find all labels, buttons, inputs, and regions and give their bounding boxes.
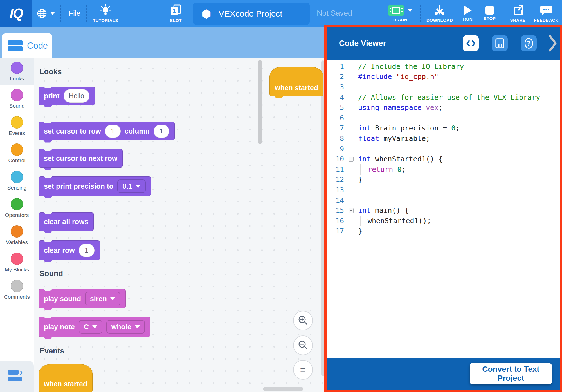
toolbar-divider [420, 5, 421, 22]
sidebar-item-control[interactable]: Control [0, 140, 34, 167]
blocks-icon [8, 40, 23, 51]
line-number: 2 [327, 73, 349, 81]
dropdown-value: siren [90, 295, 107, 303]
palette-scrollbar[interactable] [258, 60, 262, 144]
category-circle-icon [11, 225, 23, 238]
code-viewer-footer: Convert to Text Project [327, 358, 560, 390]
category-label: Operators [0, 212, 34, 218]
toolbar-divider [86, 5, 87, 22]
line-number: 1 [327, 62, 349, 71]
category-circle-icon [11, 62, 23, 74]
block-clear-row[interactable]: clear row 1 [39, 240, 100, 260]
tab-code[interactable]: Code [2, 33, 52, 58]
line-number: 14 [327, 196, 349, 204]
block-label: play note [44, 323, 75, 331]
number-input-field[interactable]: 1 [105, 125, 121, 138]
zoom-reset-button[interactable]: = [293, 360, 313, 380]
block-workspace-toggle[interactable]: › [0, 361, 34, 392]
note-dropdown[interactable]: C [79, 320, 102, 334]
text-input-field[interactable]: Hello [64, 89, 90, 103]
project-title-tab[interactable]: ⬢ VEXcode Project [193, 3, 310, 25]
tutorials-button[interactable]: TUTORIALS [87, 0, 124, 27]
convert-to-text-button[interactable]: Convert to Text Project [470, 363, 552, 384]
block-label: clear all rows [44, 218, 88, 226]
sidebar-item-my-blocks[interactable]: My Blocks [0, 249, 34, 276]
code-line: 13 [327, 185, 560, 195]
code-text: int whenStarted1() { [358, 155, 443, 163]
iq-logo[interactable]: IQ [0, 0, 32, 27]
sidebar-item-sensing[interactable]: Sensing [0, 167, 34, 195]
slot-label: SLOT [170, 18, 182, 23]
category-label: Looks [0, 76, 34, 82]
canvas-horizontal-scrollbar[interactable] [263, 387, 303, 391]
code-text: // Allows for easier use of the VEX Libr… [358, 93, 540, 102]
precision-dropdown[interactable]: 0.1 [117, 179, 146, 193]
fold-marker-icon[interactable] [349, 208, 354, 213]
svg-text:1: 1 [173, 7, 176, 14]
block-label: print [44, 92, 60, 100]
code-line: 9 [327, 144, 560, 154]
save-status: Not Saved [317, 0, 352, 27]
category-label: Variables [0, 239, 34, 245]
block-clear-all-rows[interactable]: clear all rows [39, 212, 94, 231]
line-number: 12 [327, 175, 349, 184]
block-when-started-palette[interactable]: when started [39, 364, 93, 392]
download-button[interactable]: DOWNLOAD [423, 0, 456, 27]
code-text: // Include the IQ Library [358, 62, 464, 71]
code-text: whenStarted1(); [358, 217, 431, 225]
block-print[interactable]: print Hello [39, 87, 95, 105]
number-input-field[interactable]: 1 [79, 244, 95, 257]
block-set-print-precision[interactable]: set print precision to 0.1 [39, 176, 151, 196]
share-icon [512, 4, 524, 16]
code-viewer-header: Code Viewer ? [327, 27, 560, 60]
zoom-in-button[interactable] [293, 311, 313, 330]
stop-button[interactable]: STOP [479, 0, 500, 27]
code-line: 12} [327, 175, 560, 185]
duration-dropdown[interactable]: whole [106, 320, 145, 334]
run-button[interactable]: RUN [457, 0, 478, 27]
fold-marker-icon[interactable] [349, 157, 354, 162]
file-menu[interactable]: File [63, 0, 86, 27]
brain-label: BRAIN [393, 17, 407, 22]
share-button[interactable]: SHARE [505, 0, 531, 27]
code-line: 17} [327, 226, 560, 236]
language-menu[interactable] [34, 0, 57, 27]
toolbar-divider [502, 5, 502, 22]
sidebar-item-sound[interactable]: Sound [0, 85, 34, 113]
sidebar-item-operators[interactable]: Operators [0, 195, 34, 222]
block-set-cursor-row-column[interactable]: set cursor to row 1 column 1 [39, 122, 175, 140]
block-when-started-canvas[interactable]: when started [269, 67, 323, 96]
console-view-button[interactable] [492, 35, 508, 51]
feedback-button[interactable]: FEEDBACK [532, 0, 561, 27]
category-circle-icon [11, 280, 23, 292]
chevron-down-icon [136, 185, 141, 188]
sidebar-item-comments[interactable]: Comments [0, 276, 34, 304]
number-input-field[interactable]: 1 [154, 125, 169, 138]
sound-dropdown[interactable]: siren [85, 292, 120, 305]
chevron-right-icon [548, 34, 557, 52]
category-label: Sensing [0, 185, 34, 191]
sidebar-item-variables[interactable]: Variables [0, 222, 34, 249]
hexagon-icon: ⬢ [201, 8, 211, 19]
block-play-sound[interactable]: play sound siren [39, 289, 126, 308]
block-set-cursor-next-row[interactable]: set cursor to next row [39, 149, 123, 168]
chevron-down-icon [408, 9, 412, 12]
sidebar-item-looks[interactable]: Looks [0, 58, 34, 85]
collapse-panel-button[interactable] [546, 35, 559, 51]
code-text: } [358, 227, 362, 235]
project-title: VEXcode Project [219, 9, 282, 19]
code-line: 7int Brain_precision = 0; [327, 123, 560, 134]
block-label: when started [275, 84, 318, 92]
block-label: set print precision to [44, 182, 113, 190]
toolbar-divider [60, 5, 61, 22]
help-button[interactable]: ? [521, 35, 537, 51]
slot-button[interactable]: 1 SLOT [162, 0, 190, 27]
brain-button[interactable]: BRAIN [389, 0, 412, 27]
line-number: 9 [327, 145, 349, 153]
sidebar-item-events[interactable]: Events [0, 113, 34, 140]
block-play-note[interactable]: play note C whole [39, 317, 150, 337]
category-circle-icon [11, 253, 23, 265]
zoom-out-button[interactable] [293, 335, 313, 355]
stacked-blocks-icon: › [8, 369, 26, 384]
code-view-button[interactable] [463, 35, 479, 51]
